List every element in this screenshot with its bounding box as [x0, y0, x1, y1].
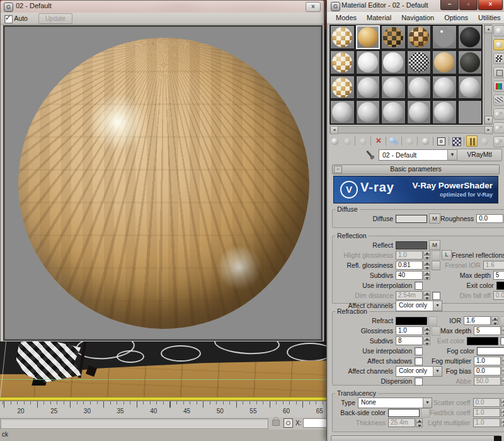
- collapse-icon[interactable]: -: [334, 166, 342, 173]
- sample-slot-gray[interactable]: [458, 76, 483, 100]
- viewport-scene[interactable]: [0, 341, 326, 397]
- basic-parameters-rollout[interactable]: - Basic parameters: [332, 164, 500, 175]
- background-icon[interactable]: [493, 53, 504, 64]
- menu-utilities[interactable]: Utilities: [473, 14, 504, 21]
- close-icon[interactable]: ×: [478, 0, 503, 10]
- fwd-bck-coeff-input[interactable]: 1.0: [473, 408, 500, 417]
- sample-slot-fine-checker[interactable]: [407, 50, 432, 74]
- sample-slot-white[interactable]: [381, 50, 406, 74]
- refr-glossiness-map-button[interactable]: [432, 326, 440, 336]
- sample-slot-black[interactable]: [458, 25, 483, 49]
- backlight-icon[interactable]: [493, 39, 504, 50]
- select-by-material-icon[interactable]: [493, 122, 504, 134]
- lock-selection-icon[interactable]: [272, 420, 280, 426]
- close-icon[interactable]: ×: [306, 2, 321, 12]
- refr-exit-color-checkbox[interactable]: [500, 337, 504, 345]
- refr-affect-channels-dropdown[interactable]: Color only ▼: [396, 366, 442, 377]
- sample-slot-gray[interactable]: [356, 100, 381, 124]
- dim-distance-checkbox[interactable]: [432, 292, 440, 300]
- assign-to-selection-icon[interactable]: [357, 135, 369, 147]
- refl-use-interpolation-checkbox[interactable]: [415, 282, 423, 290]
- make-copy-icon[interactable]: [388, 135, 399, 147]
- fog-bias-spinner[interactable]: [501, 367, 504, 375]
- menu-modes[interactable]: Modes: [331, 14, 362, 21]
- chevron-down-icon[interactable]: ▼: [423, 398, 432, 408]
- dim-distance-input[interactable]: 2.54m: [396, 291, 423, 300]
- menu-material[interactable]: Material: [362, 14, 396, 21]
- reset-material-icon[interactable]: ×: [372, 135, 384, 147]
- sample-slot-flat-dot[interactable]: [432, 25, 457, 49]
- fog-multiplier-spinner[interactable]: [501, 357, 504, 365]
- scroll-down-icon[interactable]: ▼: [484, 116, 493, 124]
- fog-bias-input[interactable]: 0.0: [474, 367, 501, 375]
- refr-exit-color-swatch[interactable]: [467, 337, 498, 345]
- dispersion-checkbox[interactable]: [415, 377, 423, 386]
- sample-slot-checker-gold[interactable]: [330, 25, 355, 49]
- put-to-library-icon[interactable]: [420, 135, 431, 147]
- make-unique-icon[interactable]: [404, 135, 415, 147]
- fog-color-swatch[interactable]: [477, 347, 504, 355]
- update-button[interactable]: Update: [38, 13, 72, 24]
- sample-slot-gray[interactable]: [356, 76, 381, 100]
- refr-max-depth-input[interactable]: 5: [474, 326, 501, 335]
- maximize-icon[interactable]: ▫: [459, 0, 478, 10]
- sample-slot-checker-gold[interactable]: [330, 76, 355, 100]
- material-preview-canvas[interactable]: [3, 25, 323, 341]
- refract-map-button[interactable]: [428, 316, 437, 326]
- hilight-glossiness-map-button[interactable]: [432, 251, 440, 260]
- roughness-input[interactable]: 0.0: [476, 214, 503, 223]
- pick-material-eyedropper-icon[interactable]: [366, 151, 373, 158]
- translucency-type-dropdown[interactable]: None ▼: [358, 398, 432, 408]
- sample-slot-tan[interactable]: [432, 50, 457, 74]
- sample-slot-gray[interactable]: [407, 76, 432, 100]
- refl-subdivs-spinner[interactable]: [423, 271, 430, 280]
- refl-glossiness-spinner[interactable]: [423, 261, 430, 270]
- diffuse-color-swatch[interactable]: [396, 215, 427, 223]
- go-forward-sibling-icon[interactable]: [491, 135, 503, 147]
- refl-glossiness-map-button[interactable]: [432, 261, 440, 270]
- refl-subdivs-input[interactable]: 40: [396, 271, 423, 280]
- material-id-channel-icon[interactable]: 0: [435, 135, 447, 147]
- put-to-scene-icon[interactable]: [341, 135, 353, 147]
- track-bar[interactable]: [0, 418, 268, 429]
- sample-slot-gray[interactable]: [330, 100, 355, 124]
- scroll-left-icon[interactable]: ◄: [330, 126, 338, 134]
- refr-glossiness-input[interactable]: 1.0: [396, 326, 423, 335]
- go-to-parent-icon[interactable]: [479, 135, 490, 147]
- minimize-icon[interactable]: –: [440, 0, 459, 10]
- ior-spinner[interactable]: [491, 316, 498, 325]
- refl-glossiness-input[interactable]: 0.81: [396, 261, 423, 270]
- material-type-button[interactable]: VRayMtl: [457, 149, 502, 161]
- ior-input[interactable]: 1.6: [464, 316, 491, 325]
- scroll-right-icon[interactable]: ►: [484, 126, 493, 134]
- diffuse-map-button[interactable]: M: [429, 214, 440, 224]
- hilight-lock-button[interactable]: L: [442, 250, 452, 260]
- fwd-bck-coeff-spinner[interactable]: [501, 408, 504, 417]
- sample-slot-gray[interactable]: [381, 76, 406, 100]
- refr-use-interpolation-checkbox[interactable]: [415, 347, 423, 355]
- scroll-up-icon[interactable]: ▲: [484, 25, 493, 33]
- sample-slot-checker-gold[interactable]: [330, 50, 355, 74]
- hilight-glossiness-spinner[interactable]: [423, 251, 430, 260]
- refr-max-depth-spinner[interactable]: [501, 326, 504, 335]
- sample-type-icon[interactable]: [493, 25, 504, 37]
- fresnel-ior-input[interactable]: 1.6: [483, 261, 504, 270]
- options-icon[interactable]: [493, 108, 504, 120]
- chevron-down-icon[interactable]: ▼: [447, 150, 457, 160]
- make-preview-icon[interactable]: [493, 94, 504, 106]
- sample-slot-dark[interactable]: [458, 50, 483, 74]
- scatter-coeff-input[interactable]: 0.0: [473, 398, 500, 407]
- sample-slot-brown-checker[interactable]: [407, 25, 432, 49]
- chevron-down-icon[interactable]: ▼: [433, 367, 442, 376]
- refl-exit-color-swatch[interactable]: [496, 282, 504, 290]
- refr-glossiness-spinner[interactable]: [423, 326, 430, 335]
- menu-options[interactable]: Options: [439, 14, 473, 21]
- sample-slot-empty[interactable]: [458, 100, 483, 124]
- light-multiplier-spinner[interactable]: [501, 418, 504, 427]
- slots-horizontal-scrollbar[interactable]: ◄ ►: [329, 126, 492, 134]
- refr-subdivs-input[interactable]: 8: [396, 336, 423, 345]
- light-multiplier-input[interactable]: 1.0: [473, 418, 500, 427]
- reflect-color-swatch[interactable]: [396, 241, 427, 249]
- sample-slot-gray[interactable]: [381, 100, 406, 124]
- sample-slot-gold[interactable]: [356, 25, 381, 49]
